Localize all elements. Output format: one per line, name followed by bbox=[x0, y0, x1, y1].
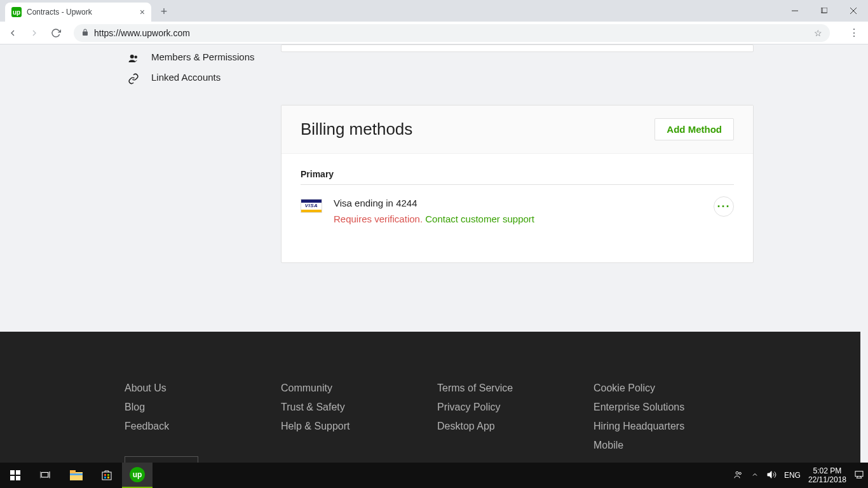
verification-warning: Requires verification. bbox=[334, 214, 423, 224]
language-indicator[interactable]: ENG bbox=[784, 471, 801, 480]
svg-point-23 bbox=[739, 472, 741, 474]
footer-link[interactable]: Community bbox=[281, 383, 437, 394]
footer-link[interactable]: Feedback bbox=[125, 421, 281, 432]
svg-point-22 bbox=[736, 471, 738, 474]
settings-sidebar: Members & Permissions Linked Accounts bbox=[127, 48, 273, 88]
footer-link[interactable]: Hiring Headquarters bbox=[593, 421, 750, 432]
new-tab-button[interactable]: + bbox=[155, 3, 173, 20]
browser-toolbar: https://www.upwork.com ☆ ⋮ bbox=[0, 22, 868, 44]
svg-rect-2 bbox=[822, 8, 827, 13]
upwork-favicon-icon: up bbox=[11, 7, 22, 17]
footer-col-3: Terms of Service Privacy Policy Desktop … bbox=[437, 383, 593, 463]
visa-card-icon: VISA bbox=[301, 199, 322, 213]
tab-title: Contracts - Upwork bbox=[27, 8, 135, 17]
page-footer: About Us Blog Feedback Service Code Comm… bbox=[0, 332, 860, 463]
footer-link[interactable]: About Us bbox=[125, 383, 281, 394]
payment-method-info: Visa ending in 4244 Requires verificatio… bbox=[334, 198, 534, 224]
browser-menu-button[interactable]: ⋮ bbox=[845, 27, 863, 39]
windows-taskbar: up ENG 5:02 PM 22/11/2018 bbox=[0, 463, 868, 488]
svg-rect-25 bbox=[855, 471, 863, 476]
footer-link[interactable]: Mobile bbox=[593, 440, 750, 451]
task-view-button[interactable] bbox=[31, 463, 61, 488]
sidebar-item-linked-accounts[interactable]: Linked Accounts bbox=[127, 68, 273, 88]
bookmark-star-icon[interactable]: ☆ bbox=[814, 28, 822, 38]
footer-link[interactable]: Terms of Service bbox=[437, 383, 593, 394]
svg-rect-8 bbox=[16, 470, 20, 475]
card-title: Billing methods bbox=[301, 119, 412, 139]
payment-method-row: VISA Visa ending in 4244 Requires verifi… bbox=[301, 185, 734, 237]
card-body: Primary VISA Visa ending in 4244 Require… bbox=[281, 154, 753, 243]
svg-rect-9 bbox=[10, 476, 15, 480]
maximize-button[interactable] bbox=[810, 0, 839, 22]
lock-icon bbox=[81, 28, 89, 38]
browser-tab[interactable]: up Contracts - Upwork × bbox=[5, 3, 151, 22]
svg-rect-11 bbox=[41, 473, 48, 478]
footer-col-1: About Us Blog Feedback Service Code bbox=[125, 383, 281, 463]
footer-col-4: Cookie Policy Enterprise Solutions Hirin… bbox=[593, 383, 750, 463]
svg-rect-10 bbox=[16, 476, 20, 480]
footer-link[interactable]: Blog bbox=[125, 402, 281, 413]
page-content: Members & Permissions Linked Accounts Bi… bbox=[0, 44, 860, 463]
file-explorer-button[interactable] bbox=[61, 463, 92, 488]
svg-rect-17 bbox=[102, 472, 111, 480]
footer-link[interactable]: Privacy Policy bbox=[437, 402, 593, 413]
add-method-button[interactable]: Add Method bbox=[654, 118, 734, 140]
url-text: https://www.upwork.com bbox=[94, 28, 809, 38]
svg-rect-20 bbox=[104, 477, 106, 478]
sidebar-item-members[interactable]: Members & Permissions bbox=[127, 48, 273, 68]
tray-chevron-icon[interactable] bbox=[751, 471, 759, 480]
svg-rect-18 bbox=[104, 474, 106, 476]
svg-rect-19 bbox=[107, 474, 109, 476]
contact-support-link[interactable]: Contact customer support bbox=[425, 214, 534, 224]
close-tab-icon[interactable]: × bbox=[140, 7, 145, 17]
sidebar-item-label: Linked Accounts bbox=[151, 72, 220, 83]
start-button[interactable] bbox=[0, 463, 31, 488]
volume-icon[interactable] bbox=[766, 470, 776, 482]
upwork-app-button[interactable]: up bbox=[122, 463, 153, 488]
address-bar[interactable]: https://www.upwork.com ☆ bbox=[74, 24, 830, 42]
svg-rect-16 bbox=[70, 473, 83, 475]
billing-methods-card: Billing methods Add Method Primary VISA … bbox=[281, 105, 754, 263]
link-icon bbox=[127, 72, 140, 85]
verification-row: Requires verification. Contact customer … bbox=[334, 214, 534, 224]
microsoft-store-button[interactable] bbox=[92, 463, 122, 488]
footer-link[interactable]: Cookie Policy bbox=[593, 383, 750, 394]
footer-col-2: Community Trust & Safety Help & Support bbox=[281, 383, 437, 463]
back-button[interactable] bbox=[5, 25, 20, 41]
clock[interactable]: 5:02 PM 22/11/2018 bbox=[808, 466, 846, 485]
payment-method-more-button[interactable]: ··· bbox=[714, 196, 734, 217]
members-icon bbox=[127, 51, 140, 64]
previous-card-stub bbox=[281, 44, 754, 52]
footer-link[interactable]: Enterprise Solutions bbox=[593, 402, 750, 413]
close-window-button[interactable] bbox=[839, 0, 868, 22]
footer-link[interactable]: Trust & Safety bbox=[281, 402, 437, 413]
svg-marker-24 bbox=[768, 471, 771, 478]
action-center-icon[interactable] bbox=[854, 470, 864, 482]
footer-link[interactable]: Help & Support bbox=[281, 421, 437, 432]
card-description: Visa ending in 4244 bbox=[334, 198, 534, 208]
card-header: Billing methods Add Method bbox=[281, 105, 753, 154]
system-tray: ENG 5:02 PM 22/11/2018 bbox=[733, 466, 868, 485]
footer-link[interactable]: Desktop App bbox=[437, 421, 593, 432]
reload-button[interactable] bbox=[48, 25, 64, 41]
sidebar-item-label: Members & Permissions bbox=[151, 51, 255, 62]
svg-point-5 bbox=[130, 55, 134, 58]
clock-time: 5:02 PM bbox=[808, 466, 846, 475]
minimize-button[interactable] bbox=[780, 0, 810, 22]
service-code-button[interactable]: Service Code bbox=[125, 456, 198, 463]
clock-date: 22/11/2018 bbox=[808, 475, 846, 484]
svg-point-6 bbox=[135, 56, 138, 59]
primary-label: Primary bbox=[301, 169, 734, 185]
window-controls bbox=[780, 0, 868, 22]
svg-rect-21 bbox=[107, 477, 109, 478]
browser-tab-strip: up Contracts - Upwork × + bbox=[0, 0, 868, 22]
svg-rect-7 bbox=[10, 470, 15, 475]
svg-rect-15 bbox=[70, 470, 76, 473]
people-icon[interactable] bbox=[733, 470, 743, 482]
forward-button[interactable] bbox=[27, 25, 42, 41]
